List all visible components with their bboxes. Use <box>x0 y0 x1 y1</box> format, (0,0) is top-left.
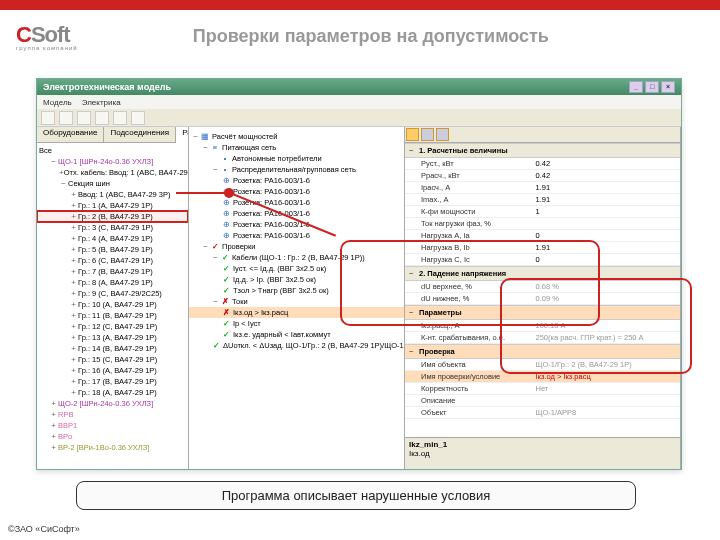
tree-node[interactable]: Отх. кабель: Ввод: 1 (ABC, ВА47-29 3P) <box>64 167 188 178</box>
tree-node[interactable]: Секция шин <box>68 178 110 189</box>
props-footer: Ikz_min_1 Iкз.од <box>405 437 680 469</box>
tree-node[interactable]: Ввод: 1 (ABC, ВА47-29 3P) <box>78 189 171 200</box>
tree-node[interactable]: ВР-2 [ВРи-1Во-0.36 УХЛЗ] <box>58 442 149 453</box>
tree-node[interactable]: Гр.: 5 (B, ВА47-29 1P) <box>78 244 153 255</box>
prop-val[interactable]: 0.42 <box>532 170 681 181</box>
left-tabs: Оборудование Подсоединения Расчеты <box>37 127 188 143</box>
close-button[interactable]: × <box>661 81 675 93</box>
socket-icon: ⊕ <box>221 221 231 229</box>
prop-val[interactable]: 1 <box>532 206 681 217</box>
props-button[interactable] <box>421 128 434 141</box>
tree-node[interactable]: Гр.: 18 (A, ВА47-29 1P) <box>78 387 157 398</box>
socket-icon: ⊕ <box>221 177 231 185</box>
max-button[interactable]: □ <box>645 81 659 93</box>
tree-node[interactable]: Гр.: 11 (B, ВА47-29 1P) <box>78 310 157 321</box>
tree-node[interactable]: Гр.: 13 (A, ВА47-29 1P) <box>78 332 157 343</box>
left-tree[interactable]: Все −ЩО-1 [ШРн-24о-0.36 УХЛЗ] +Отх. кабе… <box>37 143 188 455</box>
fail-icon: ✗ <box>221 309 231 317</box>
tree-node[interactable]: BPo <box>58 431 72 442</box>
tab-calcs[interactable]: Расчеты <box>176 127 189 143</box>
prop-key: Корректность <box>405 383 532 394</box>
tree-node[interactable]: Расчёт мощностей <box>212 131 277 142</box>
tree-node[interactable]: Розетка: РА16-003/1-6 <box>233 186 310 197</box>
min-button[interactable]: _ <box>629 81 643 93</box>
tree-node[interactable]: ЩО-1 [ШРн-24о-0.36 УХЛЗ] <box>58 156 153 167</box>
tree-node[interactable]: Гр.: 15 (C, ВА47-29 1P) <box>78 354 157 365</box>
prop-key: Имя проверки/условие <box>405 371 532 382</box>
prop-key: dU верхнее, % <box>405 281 532 292</box>
tree-node[interactable]: ΔUоткл. < ΔUзад. ЩО-1/Гр.: 2 (B, ВА47-29… <box>223 340 404 351</box>
tab-equipment[interactable]: Оборудование <box>37 127 104 142</box>
section-header[interactable]: Параметры <box>419 307 462 318</box>
prop-val[interactable]: 0 <box>532 230 681 241</box>
tree-node[interactable]: Гр.: 6 (C, ВА47-29 1P) <box>78 255 153 266</box>
tree-node[interactable]: ЩО-2 [ШРн-24о-0.36 УХЛЗ] <box>58 398 153 409</box>
prop-val[interactable]: Iкз.од > Iкз.расц <box>532 371 681 382</box>
tool-button[interactable] <box>77 111 91 125</box>
tree-node[interactable]: Автономные потребители <box>232 153 322 164</box>
tree-node[interactable]: Гр.: 3 (C, ВА47-29 1P) <box>78 222 153 233</box>
prop-val[interactable]: 1.91 <box>532 182 681 193</box>
menu-model[interactable]: Модель <box>43 98 72 107</box>
tree-node[interactable]: Гр.: 4 (A, ВА47-29 1P) <box>78 233 153 244</box>
tool-button[interactable] <box>113 111 127 125</box>
prop-val: 250(ка расч. ГПР крат.) = 250 А <box>532 332 681 343</box>
tree-node[interactable]: Гр.: 7 (B, ВА47-29 1P) <box>78 266 153 277</box>
tree-node[interactable]: Токи <box>232 296 248 307</box>
tool-button[interactable] <box>95 111 109 125</box>
tree-node[interactable]: Питающая сеть <box>222 142 276 153</box>
menu-electrics[interactable]: Электрика <box>82 98 121 107</box>
tree-node[interactable]: Розетка: РА16-003/1-6 <box>233 175 310 186</box>
tree-node[interactable]: Гр.: 1 (A, ВА47-29 1P) <box>78 200 153 211</box>
fail-icon: ✗ <box>220 298 230 306</box>
tree-node[interactable]: Iуст. <= Iд.д. (ВВГ 3х2.5 ок) <box>233 263 326 274</box>
window-title: Электротехническая модель <box>43 82 171 92</box>
mid-tree[interactable]: −▦Расчёт мощностей −≡Питающая сеть •Авто… <box>189 127 404 353</box>
socket-icon: ⊕ <box>221 232 231 240</box>
tree-node[interactable]: Проверки <box>222 241 255 252</box>
filter-label: Все <box>39 145 52 156</box>
socket-icon: ⊕ <box>221 199 231 207</box>
tree-node[interactable]: Гр.: 9 (C, ВА47-29/2C25) <box>78 288 162 299</box>
tree-node-selected[interactable]: Iкз.од > Iкз.расц <box>233 307 288 318</box>
tree-node[interactable]: Гр.: 8 (A, ВА47-29 1P) <box>78 277 153 288</box>
ok-icon: ✓ <box>221 331 231 339</box>
socket-icon: ⊕ <box>221 210 231 218</box>
prop-val: ЩО-1/Гр.: 2 (B, ВА47-29 1P) <box>532 359 681 370</box>
tree-node[interactable]: BBP1 <box>58 420 77 431</box>
prop-val[interactable]: 0.42 <box>532 158 681 169</box>
props-button[interactable] <box>436 128 449 141</box>
ok-icon: ✓ <box>221 276 231 284</box>
prop-val[interactable]: 1.91 <box>532 194 681 205</box>
tree-node[interactable]: Гр.: 10 (A, ВА47-29 1P) <box>78 299 157 310</box>
props-grid[interactable]: −1. Расчетные величины Руст., кВт0.42 Рр… <box>405 143 680 437</box>
tree-node[interactable]: Гр.: 12 (C, ВА47-29 1P) <box>78 321 157 332</box>
tree-node[interactable]: Гр.: 14 (B, ВА47-29 1P) <box>78 343 157 354</box>
tool-button[interactable] <box>41 111 55 125</box>
prop-val[interactable]: 1.91 <box>532 242 681 253</box>
prop-val[interactable]: 0 <box>532 254 681 265</box>
tree-node[interactable]: Tзол > Tнагр (ВВГ 3х2.5 ок) <box>233 285 329 296</box>
tree-node[interactable]: Гр.: 17 (B, ВА47-29 1P) <box>78 376 157 387</box>
props-button[interactable] <box>406 128 419 141</box>
prop-key: Нагрузка C, Ic <box>405 254 532 265</box>
section-header[interactable]: 1. Расчетные величины <box>419 145 508 156</box>
tree-node[interactable]: Iр < Iуст <box>233 318 261 329</box>
section-header[interactable]: Проверка <box>419 346 455 357</box>
tree-node[interactable]: Гр.: 16 (A, ВА47-29 1P) <box>78 365 157 376</box>
tree-node[interactable]: Кабели (ЩО-1 : Гр.: 2 (B, ВА47-29 1P)) <box>232 252 365 263</box>
tree-node-selected[interactable]: Гр.: 2 (B, ВА47-29 1P) <box>78 211 153 222</box>
tool-button[interactable] <box>131 111 145 125</box>
mid-pane: −▦Расчёт мощностей −≡Питающая сеть •Авто… <box>189 127 405 469</box>
tab-connections[interactable]: Подсоединения <box>104 127 176 142</box>
tree-node[interactable]: RPB <box>58 409 73 420</box>
callout-connector <box>176 192 228 194</box>
window-titlebar[interactable]: Электротехническая модель _ □ × <box>37 79 681 95</box>
tool-button[interactable] <box>59 111 73 125</box>
tree-node[interactable]: Розетка: РА16-003/1-6 <box>233 230 310 241</box>
prop-key: Iкз.расц., А <box>405 320 532 331</box>
tree-node[interactable]: Iд.д. > Iр. (ВВГ 3х2.5 ок) <box>233 274 316 285</box>
tree-node[interactable]: Распределительная/групповая сеть <box>232 164 356 175</box>
section-header[interactable]: 2. Падение напряжения <box>419 268 506 279</box>
tree-node[interactable]: Iкз.е. ударный < Iавт.коммут <box>233 329 331 340</box>
